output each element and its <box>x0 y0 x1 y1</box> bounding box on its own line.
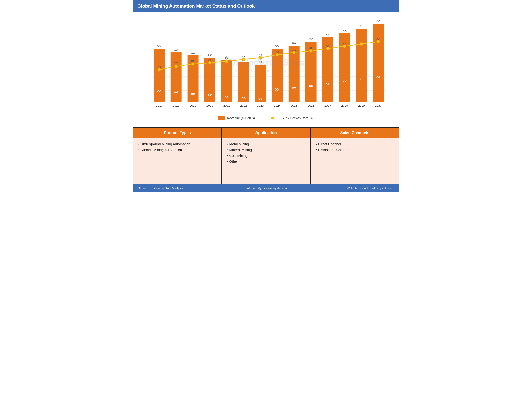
svg-text:XX: XX <box>174 48 178 51</box>
svg-text:XX: XX <box>309 38 313 41</box>
product-types-body: Underground Mining Automation Surface Mi… <box>133 138 221 184</box>
list-item-metal: Metal Mining <box>227 142 305 146</box>
svg-text:2030: 2030 <box>375 104 382 107</box>
bottom-col-sales-channels: Sales Channels Direct Channel Distributi… <box>310 128 399 184</box>
list-item-direct: Direct Channel <box>316 142 394 146</box>
application-list: Metal Mining Mineral Mining Coal Mining … <box>227 142 305 163</box>
application-header: Application <box>222 128 310 138</box>
svg-text:XX: XX <box>258 53 262 57</box>
svg-text:XX: XX <box>275 88 279 91</box>
dot-2028 <box>343 45 346 48</box>
product-types-list: Underground Mining Automation Surface Mi… <box>138 142 217 152</box>
svg-text:XX: XX <box>292 87 296 90</box>
svg-text:2028: 2028 <box>341 104 348 107</box>
legend-growth: Y-oY Growth Rate (%) <box>264 116 315 120</box>
svg-text:XX: XX <box>225 57 228 60</box>
legend-revenue: Revenue (Million $) <box>217 116 255 120</box>
footer-website: Website: www.theindustrystats.com <box>309 186 394 190</box>
dot-2029 <box>360 42 363 46</box>
svg-text:2020: 2020 <box>207 104 213 107</box>
svg-text:2025: 2025 <box>291 104 297 107</box>
svg-text:2018: 2018 <box>173 104 179 107</box>
svg-text:XX: XX <box>359 24 364 28</box>
svg-text:2019: 2019 <box>190 104 196 107</box>
list-item-coal: Coal Mining <box>227 154 305 158</box>
svg-text:2021: 2021 <box>223 104 230 107</box>
bar-2030 <box>373 24 384 102</box>
svg-text:XX: XX <box>343 42 346 45</box>
svg-text:2026: 2026 <box>307 104 314 107</box>
application-body: Metal Mining Mineral Mining Coal Mining … <box>222 138 310 184</box>
bottom-col-application: Application Metal Mining Mineral Mining … <box>221 128 310 184</box>
svg-text:XX: XX <box>376 19 380 23</box>
svg-text:XX: XX <box>275 45 279 48</box>
svg-text:XX: XX <box>157 89 161 92</box>
legend-line-seg <box>264 118 270 119</box>
bar-2017 <box>154 49 165 102</box>
svg-text:XX: XX <box>325 82 330 85</box>
svg-text:XX: XX <box>191 60 195 63</box>
chart-area: The Industry Stats m a r k e t r e s e a… <box>133 12 399 127</box>
svg-text:XX: XX <box>191 92 195 96</box>
dot-2018 <box>174 65 177 68</box>
svg-text:XX: XX <box>376 75 380 78</box>
dot-2024 <box>275 53 279 56</box>
svg-text:XX: XX <box>208 58 212 62</box>
list-item-underground: Underground Mining Automation <box>138 142 217 146</box>
svg-text:XX: XX <box>242 55 245 58</box>
svg-text:XX: XX <box>241 96 246 99</box>
svg-text:XX: XX <box>292 41 296 45</box>
svg-text:XX: XX <box>258 60 262 64</box>
svg-text:2027: 2027 <box>324 104 331 107</box>
legend-line-seg2 <box>274 118 281 119</box>
svg-text:2017: 2017 <box>156 104 163 107</box>
legend-dot-icon <box>271 117 274 119</box>
legend-growth-label: Y-oY Growth Rate (%) <box>283 116 315 120</box>
dot-2017 <box>158 68 161 71</box>
svg-text:XX: XX <box>258 97 262 101</box>
sales-channels-header: Sales Channels <box>311 128 399 138</box>
svg-text:2029: 2029 <box>358 104 365 107</box>
svg-text:XX: XX <box>208 94 212 97</box>
legend-line-icon <box>264 117 281 119</box>
svg-text:XX: XX <box>275 50 279 54</box>
bar-2024 <box>271 49 283 102</box>
svg-text:XX: XX <box>325 33 330 37</box>
svg-text:XX: XX <box>174 90 178 94</box>
bar-2023 <box>255 65 266 102</box>
svg-text:2022: 2022 <box>240 104 247 107</box>
svg-text:2024: 2024 <box>274 104 280 107</box>
svg-text:XX: XX <box>342 80 346 83</box>
svg-text:XX: XX <box>157 45 161 48</box>
dot-2019 <box>191 62 195 66</box>
legend-revenue-label: Revenue (Million $) <box>227 116 255 120</box>
footer-source: Source: Theindustrystats Analysis <box>138 186 223 190</box>
svg-text:XX: XX <box>292 48 296 51</box>
chart-wrapper: The Industry Stats m a r k e t r e s e a… <box>140 17 392 114</box>
chart-svg: XX XX 2017 XX XX 2018 XX XX 2019 XX XX 2… <box>140 17 392 114</box>
dot-2022 <box>242 58 245 61</box>
list-item-distribution: Distribution Channel <box>316 148 394 152</box>
footer-bar: Source: Theindustrystats Analysis Email:… <box>133 184 399 192</box>
list-item-mineral: Mineral Mining <box>227 148 305 152</box>
bottom-col-product-types: Product Types Underground Mining Automat… <box>133 128 221 184</box>
dot-2026 <box>309 49 312 52</box>
dot-2020 <box>208 61 211 65</box>
svg-text:XX: XX <box>208 53 212 57</box>
svg-text:XX: XX <box>360 39 363 43</box>
legend-area: Revenue (Million $) Y-oY Growth Rate (%) <box>140 114 392 125</box>
svg-text:XX: XX <box>359 77 364 81</box>
product-types-header: Product Types <box>133 128 221 138</box>
dot-2030 <box>377 40 380 43</box>
bottom-section: Product Types Underground Mining Automat… <box>133 127 399 184</box>
bar-2018 <box>170 52 181 102</box>
footer-email: Email: sales@theindustrystats.com <box>223 186 309 190</box>
sales-channels-body: Direct Channel Distribution Channel <box>311 138 399 184</box>
svg-text:2023: 2023 <box>257 104 264 107</box>
chart-header: Global Mining Automation Market Status a… <box>133 0 399 12</box>
dot-2027 <box>326 47 329 50</box>
dot-2023 <box>259 56 262 59</box>
legend-bar-icon <box>217 116 225 120</box>
sales-channels-list: Direct Channel Distribution Channel <box>316 142 394 152</box>
svg-text:XX: XX <box>342 29 346 32</box>
